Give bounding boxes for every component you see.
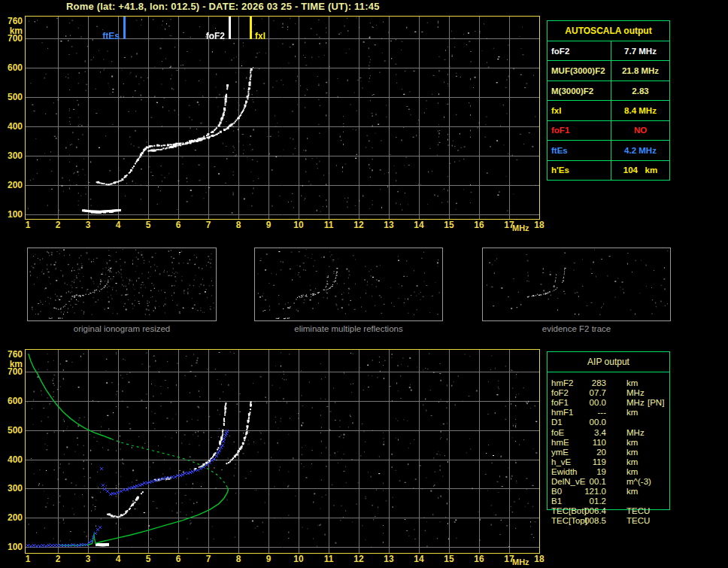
aip-row-unit: km [626, 378, 638, 387]
aip-row-label: D1 [551, 418, 563, 427]
x-tick-label: 7 [199, 220, 217, 230]
autoscala-row-value: 2.83 [611, 81, 669, 100]
x-tick-label: 15 [440, 554, 458, 564]
aip-row-b1: B101.2 [547, 497, 670, 506]
aip-row-hme: hmE110km [547, 438, 670, 448]
aip-row-value: 119 [566, 457, 606, 466]
aip-row-unit: MHz [626, 428, 645, 437]
aip-row-unit: TECU [626, 506, 650, 515]
autoscala-row-label: M(3000)F2 [548, 81, 611, 100]
aip-row-b0: B0121.0km [547, 487, 670, 497]
x-tick-label: 18 [530, 554, 548, 564]
x-tick-label: 18 [530, 220, 548, 230]
autoscala-row-label: fxI [548, 101, 611, 120]
aip-row-deln_ve: DelN_vE00.1m^(-3) [547, 477, 670, 487]
y-tick-label: 500 [0, 425, 23, 436]
x-tick-label: 14 [410, 220, 428, 230]
aip-row-value: 20 [566, 448, 606, 457]
y-axis-unit-label: km [0, 359, 23, 369]
thumbnail-original-ionogram [27, 248, 217, 321]
aip-row-h_ve: h_vE119km [547, 457, 670, 467]
x-tick-label: 1 [19, 220, 37, 230]
marker-label-fxi: fxI [255, 31, 265, 41]
y-tick-label: 200 [0, 512, 23, 523]
bottom-ionogram-profile-canvas [25, 349, 540, 554]
x-tick-label: 5 [139, 554, 157, 564]
x-tick-label: 3 [79, 554, 97, 564]
x-tick-label: 9 [259, 220, 278, 230]
y-tick-label: 400 [0, 454, 23, 465]
aip-header-divider [547, 372, 670, 372]
autoscala-row-h'es: h'Es104 km [548, 161, 669, 180]
aip-row-tec[top]: TEC[Top]008.5TECU [547, 516, 670, 526]
autoscala-app-window: Rome (lat: +41.8, lon: 012.5) - DATE: 20… [0, 0, 728, 568]
autoscala-row-value: 21.8 MHz [611, 61, 669, 80]
x-tick-label: 11 [320, 554, 338, 564]
x-tick-label: 10 [290, 220, 308, 230]
autoscala-row-label: MUF(3000)F2 [548, 61, 611, 80]
aip-row-unit: km [626, 448, 638, 457]
y-tick-label: 500 [0, 92, 23, 102]
x-tick-label: 6 [169, 554, 187, 564]
aip-row-d1: D100.0 [547, 418, 670, 427]
x-axis-unit-label: MHz [512, 223, 529, 232]
thumbnail-caption-2: eliminate multiple reflections [254, 324, 443, 333]
x-tick-label: 2 [49, 220, 67, 230]
thumbnail-caption-1: original ionogram resized [27, 324, 217, 333]
aip-row-value: 19 [566, 467, 606, 476]
x-tick-label: 1 [19, 554, 37, 564]
aip-row-value: 121.0 [566, 487, 606, 496]
x-tick-label: 13 [380, 220, 398, 230]
x-tick-label: 7 [199, 554, 217, 564]
aip-row-unit: MHz [626, 398, 645, 407]
aip-row-fof1: foF100.0MHz[PN] [547, 398, 670, 408]
aip-row-label: foE [551, 428, 564, 437]
y-tick-label: 600 [0, 62, 23, 73]
autoscala-row-label: foF1 [548, 121, 611, 140]
aip-row-foe: foE3.4MHz [547, 428, 670, 438]
aip-row-unit: MHz [626, 388, 645, 397]
x-tick-label: 4 [109, 220, 127, 230]
aip-row-value: 110 [566, 438, 606, 447]
aip-row-value: 00.0 [566, 418, 606, 427]
x-tick-label: 2 [49, 554, 67, 564]
aip-row-tec[bot]: TEC[Bot]006.4TECU [547, 506, 670, 516]
y-tick-label: 760 [0, 16, 23, 26]
aip-row-unit: m^(-3) [626, 477, 651, 486]
x-tick-label: 16 [470, 220, 488, 230]
autoscala-row-muf(3000)f2: MUF(3000)F221.8 MHz [548, 61, 669, 80]
x-tick-label: 13 [380, 554, 398, 564]
thumbnail-eliminate-reflections [254, 248, 443, 321]
autoscala-row-value: NO [611, 121, 669, 140]
autoscala-row-m(3000)f2: M(3000)F22.83 [548, 81, 669, 101]
x-tick-label: 8 [229, 554, 247, 564]
aip-output-panel: AIP output hmF2283kmfoF207.7MHzfoF100.0M… [547, 351, 670, 532]
x-tick-label: 16 [470, 554, 488, 564]
aip-row-value: 3.4 [566, 428, 606, 437]
autoscala-row-value: 104 km [611, 161, 669, 180]
aip-table-header: AIP output [547, 357, 670, 367]
autoscala-row-fof2: foF27.7 MHz [548, 41, 669, 61]
aip-row-ewidth: Ewidth19km [547, 467, 670, 477]
marker-label-ftes: ftEs [74, 31, 120, 41]
x-tick-label: 11 [320, 220, 338, 230]
y-tick-label: 300 [0, 150, 23, 161]
top-ionogram-canvas [25, 16, 540, 220]
x-axis-unit-label: MHz [512, 557, 529, 566]
aip-row-value: 00.1 [566, 477, 606, 486]
aip-row-unit: km [626, 408, 638, 417]
aip-row-label: B1 [551, 497, 562, 506]
aip-row-unit: km [626, 467, 638, 476]
x-tick-label: 12 [350, 220, 368, 230]
autoscala-row-value: 4.2 MHz [611, 141, 669, 159]
aip-row-unit: TECU [626, 516, 650, 525]
x-tick-label: 15 [440, 220, 458, 230]
aip-row-hmf1: hmF1---km [547, 408, 670, 418]
aip-row-value: 283 [566, 378, 606, 387]
x-tick-label: 6 [169, 220, 187, 230]
x-tick-label: 14 [410, 554, 428, 564]
x-tick-label: 10 [290, 554, 308, 564]
aip-row-yme: ymE20km [547, 448, 670, 457]
autoscala-table-header: AUTOSCALA output [548, 21, 669, 41]
autoscala-row-value: 8.4 MHz [611, 101, 669, 120]
